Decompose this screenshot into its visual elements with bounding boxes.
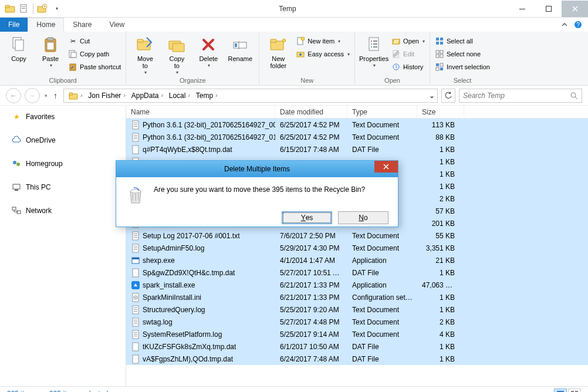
select-all-button[interactable]: Select all <box>435 35 490 47</box>
tab-share[interactable]: Share <box>64 18 100 32</box>
tab-file[interactable]: File <box>0 18 28 32</box>
view-icons-button[interactable] <box>568 388 581 393</box>
table-row[interactable]: SetupAdminF50.log5/29/2017 4:30 PMText D… <box>126 242 588 254</box>
select-none-button[interactable]: Select none <box>435 48 490 60</box>
sidebar-item-favorites[interactable]: ★Favorites <box>0 110 126 123</box>
search-input[interactable] <box>463 92 563 100</box>
easy-access-button[interactable]: Easy access▾ <box>296 48 350 60</box>
up-button[interactable]: ↑ <box>51 91 60 100</box>
open-icon <box>391 36 401 46</box>
sidebar-item-homegroup[interactable]: Homegroup <box>0 157 126 170</box>
back-button[interactable]: ← <box>6 88 21 103</box>
forward-button[interactable]: → <box>25 88 40 103</box>
svg-point-56 <box>13 161 16 164</box>
table-row[interactable]: StructuredQuery.log5/25/2017 9:20 AMText… <box>126 303 588 316</box>
new-folder-button[interactable]: New folder <box>264 33 292 69</box>
new-item-button[interactable]: New item▾ <box>296 35 350 47</box>
recent-locations-button[interactable]: ▾ <box>45 93 48 99</box>
sidebar-item-onedrive[interactable]: OneDrive <box>0 134 126 147</box>
svg-point-30 <box>299 53 302 56</box>
new-folder-icon[interactable] <box>36 2 49 15</box>
dialog-close-button[interactable] <box>374 161 398 173</box>
close-window-button[interactable] <box>562 1 588 17</box>
dialog-titlebar[interactable]: Delete Multiple Items <box>116 161 398 177</box>
column-headers[interactable]: Name Date modified Type Size <box>126 106 588 119</box>
invert-selection-button[interactable]: Invert selection <box>435 61 490 73</box>
copy-to-button[interactable]: Copy to▾ <box>163 33 191 76</box>
help-icon[interactable]: ? <box>574 21 582 29</box>
titlebar: ▾ Temp <box>0 0 588 18</box>
column-type[interactable]: Type <box>347 106 417 118</box>
table-row[interactable]: tKUZcFSFGk8sZmXq.tmp.dat6/1/2017 10:50 A… <box>126 340 588 353</box>
address-bar-row: ← → ▾ ↑ › Jon Fisher› AppData› Local› Te… <box>0 86 588 106</box>
tab-view[interactable]: View <box>100 18 133 32</box>
svg-rect-52 <box>440 67 443 70</box>
ribbon-group-organize: Move to▾ Copy to▾ Delete▾ Rename Organiz… <box>126 32 259 85</box>
svg-rect-17 <box>71 52 76 58</box>
folder-icon[interactable] <box>4 2 16 15</box>
column-name[interactable]: Name <box>126 106 275 118</box>
table-row[interactable]: SystemResetPlatform.log5/25/2017 9:14 AM… <box>126 328 588 340</box>
copy-icon <box>9 35 28 54</box>
table-row[interactable]: SparkMiniInstall.ini6/21/2017 1:33 PMCon… <box>126 291 588 303</box>
delete-button[interactable]: Delete▾ <box>194 33 222 69</box>
file-icon <box>131 268 140 278</box>
svg-rect-44 <box>440 42 443 45</box>
refresh-button[interactable] <box>441 89 455 103</box>
sidebar-item-this-pc[interactable]: This PC <box>0 181 126 194</box>
homegroup-icon <box>12 159 21 168</box>
search-box[interactable] <box>459 89 582 103</box>
sidebar-item-network[interactable]: Network <box>0 204 126 217</box>
delete-confirm-dialog: Delete Multiple Items Are you sure you w… <box>116 160 398 227</box>
move-to-button[interactable]: Move to▾ <box>131 33 159 76</box>
table-row[interactable]: Python 3.6.1 (32-bit)_20170625164927_00.… <box>126 119 588 131</box>
rename-button[interactable]: Rename <box>226 33 254 62</box>
view-details-button[interactable] <box>554 388 567 393</box>
svg-rect-22 <box>173 43 184 52</box>
column-date[interactable]: Date modified <box>275 106 347 118</box>
table-row[interactable]: spark_install.exe6/21/2017 1:33 PMApplic… <box>126 279 588 291</box>
file-icon <box>131 305 140 315</box>
svg-rect-12 <box>15 40 23 50</box>
quick-access-toolbar: ▾ <box>0 2 66 15</box>
copy-button[interactable]: Copy <box>5 33 33 62</box>
minimize-button[interactable] <box>509 1 535 17</box>
open-button[interactable]: Open▾ <box>391 35 425 47</box>
table-row[interactable]: shexp.exe4/1/2014 1:47 AMApplication21 K… <box>126 254 588 266</box>
dialog-no-button[interactable]: No <box>338 211 388 224</box>
ribbon-group-open: Properties▾ Open▾ Edit History Open <box>355 32 430 85</box>
table-row[interactable]: swtag.log5/27/2017 4:48 PMText Document2… <box>126 316 588 328</box>
ribbon: Copy Paste ▾ ✂Cut Copy path Paste shortc… <box>0 32 588 86</box>
maximize-button[interactable] <box>535 1 562 17</box>
table-row[interactable]: vA$FgpsZhLM),QOd.tmp.dat6/24/2017 7:48 A… <box>126 353 588 365</box>
svg-point-32 <box>371 40 372 42</box>
svg-rect-43 <box>436 42 439 45</box>
history-button[interactable]: History <box>391 61 425 73</box>
qat-chevron-down-icon[interactable]: ▾ <box>50 2 63 15</box>
table-row[interactable]: Python 3.6.1 (32-bit)_20170625164927_01.… <box>126 131 588 143</box>
svg-rect-45 <box>436 50 439 53</box>
window-controls <box>509 1 588 17</box>
dialog-yes-button[interactable]: Yes <box>282 211 332 224</box>
table-row[interactable]: Sp&gwZDd9X!QtH&c.tmp.dat5/27/2017 10:51 … <box>126 266 588 279</box>
tab-home[interactable]: Home <box>28 18 64 32</box>
paste-icon <box>41 35 60 54</box>
properties-button[interactable]: Properties▾ <box>360 33 388 69</box>
table-row[interactable]: Setup Log 2017-07-06 #001.txt7/6/2017 2:… <box>126 229 588 242</box>
breadcrumb[interactable]: › Jon Fisher› AppData› Local› Temp› ⌄ <box>63 89 438 103</box>
column-size[interactable]: Size <box>417 106 464 118</box>
table-row[interactable]: q#PT4qWybE,x$8Qt.tmp.dat6/15/2017 7:48 A… <box>126 143 588 156</box>
paste-shortcut-button[interactable]: Paste shortcut <box>68 61 121 73</box>
svg-rect-69 <box>134 138 137 139</box>
copy-path-button[interactable]: Copy path <box>68 48 121 60</box>
paste-button[interactable]: Paste ▾ <box>36 33 65 69</box>
edit-button[interactable]: Edit <box>391 48 425 60</box>
file-rows[interactable]: Python 3.6.1 (32-bit)_20170625164927_00.… <box>126 119 588 386</box>
properties-icon[interactable] <box>18 2 31 15</box>
search-icon[interactable] <box>570 92 578 100</box>
collapse-ribbon-icon[interactable] <box>561 21 568 28</box>
address-dropdown-icon[interactable]: ⌄ <box>429 92 435 100</box>
pc-icon <box>12 183 21 192</box>
svg-rect-46 <box>440 50 443 53</box>
cut-button[interactable]: ✂Cut <box>68 35 121 47</box>
